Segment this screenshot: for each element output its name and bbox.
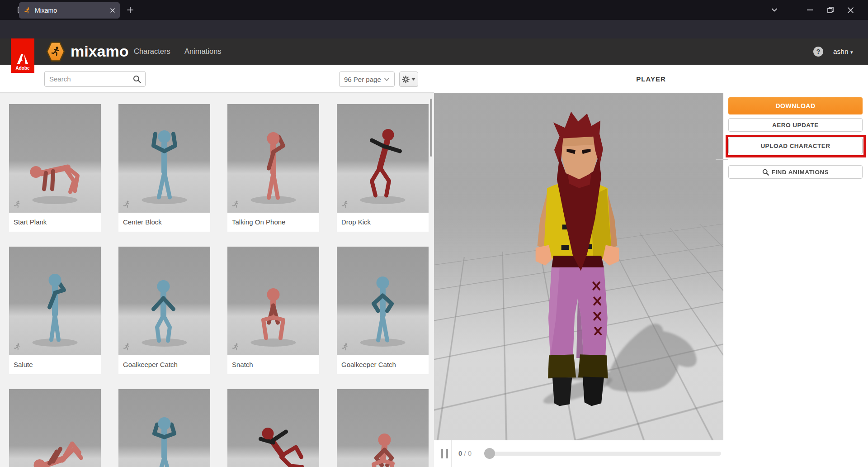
maximize-icon[interactable]: [825, 5, 836, 15]
character-viewer[interactable]: [434, 93, 723, 440]
help-icon[interactable]: ?: [813, 47, 823, 57]
animation-card[interactable]: Salute: [9, 247, 101, 374]
card-thumbnail: [118, 389, 210, 467]
animation-card[interactable]: [337, 389, 429, 467]
browser-tab-bar: Mixamo: [0, 0, 868, 20]
card-thumbnail: [9, 389, 101, 467]
animation-figure: [337, 247, 429, 355]
minimize-icon[interactable]: [804, 5, 816, 15]
slider-knob[interactable]: [484, 448, 495, 459]
animation-card[interactable]: Center Block: [118, 104, 210, 232]
search-icon[interactable]: [133, 75, 141, 83]
animation-figure: [118, 104, 210, 213]
player-sidebar: DOWNLOAD AERO UPDATE UPLOAD CHARACTER FI…: [723, 93, 868, 467]
animation-card[interactable]: [9, 389, 101, 467]
frame-counter: 0 / 0: [458, 449, 472, 457]
card-thumbnail: [118, 247, 210, 355]
browser-tab[interactable]: Mixamo: [19, 2, 120, 19]
caret-down-icon: ▾: [850, 49, 853, 55]
card-label: Center Block: [118, 213, 210, 232]
mixamo-favicon: [24, 7, 31, 14]
animation-figure: [227, 104, 319, 213]
tabs-list-chevron-icon[interactable]: [769, 5, 780, 14]
character-model: [505, 107, 650, 410]
adobe-label: Adobe: [15, 66, 29, 71]
player-header: PLAYER: [434, 65, 868, 93]
animation-figure: [118, 247, 210, 355]
sidebar-divider: [716, 159, 728, 160]
nav-animations[interactable]: Animations: [184, 47, 222, 56]
settings-gear-button[interactable]: [399, 71, 418, 87]
player-title: PLAYER: [636, 75, 665, 83]
card-label: Salute: [9, 355, 101, 374]
animation-type-run-icon: [231, 343, 240, 352]
card-label: Goalkeeper Catch: [337, 355, 429, 374]
card-thumbnail: [9, 247, 101, 355]
find-animations-button[interactable]: FIND ANIMATIONS: [728, 165, 863, 179]
scrollbar-thumb[interactable]: [430, 99, 432, 157]
close-icon[interactable]: [844, 5, 856, 15]
user-menu[interactable]: ashn ▾: [833, 48, 853, 56]
timeline-slider[interactable]: [486, 452, 721, 456]
animation-type-run-icon: [231, 200, 240, 209]
animation-card[interactable]: Snatch: [227, 247, 319, 374]
animation-card[interactable]: Talking On Phone: [227, 104, 319, 232]
download-button[interactable]: DOWNLOAD: [728, 97, 863, 114]
card-grid: Start PlankCenter BlockTalking On PhoneD…: [0, 93, 434, 467]
animation-type-run-icon: [122, 343, 131, 352]
animation-card[interactable]: Drop Kick: [337, 104, 429, 232]
animation-card[interactable]: Goalkeeper Catch: [337, 247, 429, 374]
card-thumbnail: [9, 104, 101, 213]
chevron-down-icon: [384, 77, 390, 81]
animation-type-run-icon: [340, 200, 349, 209]
gear-icon: [402, 76, 410, 83]
card-thumbnail: [337, 104, 429, 213]
animation-figure: [227, 247, 319, 355]
animation-type-run-icon: [13, 200, 22, 209]
new-tab-icon[interactable]: [126, 5, 135, 14]
animation-figure: [118, 389, 210, 467]
find-animations-search-icon: [762, 169, 769, 176]
animation-card[interactable]: [227, 389, 319, 467]
animation-figure: [9, 247, 101, 355]
card-label: Snatch: [227, 355, 319, 374]
animation-type-run-icon: [13, 343, 22, 352]
mixamo-runner-icon: [50, 46, 61, 57]
animation-figure: [9, 104, 101, 213]
animation-type-run-icon: [340, 343, 349, 352]
animation-card[interactable]: [118, 389, 210, 467]
animation-figure: [337, 389, 429, 467]
brand-wordmark[interactable]: mixamo: [71, 43, 129, 60]
adobe-mark-icon: [17, 54, 28, 65]
card-label: Goalkeeper Catch: [118, 355, 210, 374]
animation-figure: [227, 389, 319, 467]
animation-type-run-icon: [122, 200, 131, 209]
animation-card[interactable]: Goalkeeper Catch: [118, 247, 210, 374]
animation-figure: [337, 104, 429, 213]
card-thumbnail: [118, 104, 210, 213]
card-thumbnail: [227, 389, 319, 467]
tab-title: Mixamo: [35, 7, 110, 14]
upload-character-button[interactable]: UPLOAD CHARACTER: [728, 138, 863, 154]
nav-characters[interactable]: Characters: [134, 47, 170, 56]
card-thumbnail: [337, 247, 429, 355]
pause-button[interactable]: [441, 449, 448, 458]
browser-toolbar: www.mixamo.com/#/ 120% M w 2: [0, 20, 868, 38]
card-label: Talking On Phone: [227, 213, 319, 232]
search-input[interactable]: [49, 71, 133, 86]
per-page-select[interactable]: 96 Per page: [339, 71, 395, 87]
card-thumbnail: [337, 389, 429, 467]
animation-figure: [9, 389, 101, 467]
card-thumbnail: [227, 247, 319, 355]
tab-close-icon[interactable]: [110, 8, 115, 13]
animation-card[interactable]: Start Plank: [9, 104, 101, 232]
caret-down-icon: [411, 78, 415, 81]
card-label: Start Plank: [9, 213, 101, 232]
card-label: Drop Kick: [337, 213, 429, 232]
bar-divider: [451, 440, 452, 467]
adobe-logo[interactable]: Adobe: [11, 38, 34, 73]
search-box: [44, 71, 146, 87]
site-header: [0, 38, 868, 65]
card-thumbnail: [227, 104, 319, 213]
aero-update-button[interactable]: AERO UPDATE: [728, 118, 863, 132]
